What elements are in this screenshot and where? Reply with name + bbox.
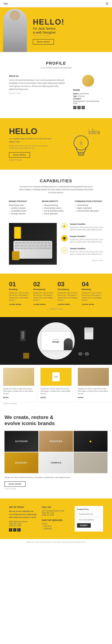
brand-img-5: TOMRAN: [39, 452, 73, 473]
number-item-4: 04 Marketing Sample text. Click to selec…: [82, 281, 103, 306]
hello-right: idea: [59, 128, 103, 160]
num-text-3: Sample text. Click to select the text bo…: [57, 292, 79, 302]
get-in-touch-title: GET IN TOUCH: [9, 506, 37, 508]
list-item: — Visual identity system: [42, 207, 70, 209]
service-1: Design: [42, 522, 70, 525]
list-item: Brand equity audit: [9, 204, 37, 206]
pencil-cup: [20, 330, 25, 341]
svg-line-4: [71, 140, 73, 141]
service-2: — Branding: [42, 525, 70, 527]
mockup-hero-area: mockup design.: [0, 317, 112, 365]
phone-device: [14, 226, 22, 241]
number-item-1: 01 Branding Sample text. Click to select…: [9, 281, 30, 306]
coffee-mug: [23, 353, 29, 359]
brand-img-2: PRINTERS: [39, 431, 73, 452]
cap-col-2-title: BRAND IDENTITY: [42, 200, 70, 202]
cap-col-1-list: Brand equity audit — Audience analysis —…: [9, 204, 37, 215]
brand-label-4: MISSONIT: [15, 462, 28, 464]
social-twitter[interactable]: t: [77, 106, 81, 109]
brands-title: We create, restore &evolve iconic brands: [5, 414, 107, 426]
mockup-card-3-link[interactable]: MORE: [78, 396, 83, 398]
social-facebook[interactable]: f: [73, 106, 76, 109]
cap-headline-2-desc: Sample text. Click to select the text bo…: [70, 238, 103, 243]
brand-img-6: [74, 452, 107, 473]
num-text-2: Sample text. Click to select the text bo…: [33, 292, 55, 302]
idea-script-text: idea: [88, 128, 100, 136]
services-list: Design — Branding — Marketing: [42, 522, 70, 530]
hello-read-more-button[interactable]: READ MORE: [9, 152, 30, 158]
profile-section: PROFILE I'm a creative multitasking deve…: [0, 52, 112, 118]
brand-label-3: ●: [89, 439, 92, 444]
nav-menu-icon[interactable]: ☰: [106, 2, 108, 5]
brands-section: We create, restore &evolve iconic brands…: [0, 405, 112, 498]
mockup-card-1-link[interactable]: MORE: [3, 396, 9, 398]
mockup-card-1-text: Sample text. Click to select the text bo…: [3, 388, 34, 395]
nav-logo: logo: [4, 2, 8, 5]
mockup-laptop: mockup design.: [41, 331, 71, 350]
list-item: — Tagline exploration: [75, 207, 103, 209]
form-email-input[interactable]: [77, 518, 101, 522]
profile-title: PROFILE: [9, 61, 103, 66]
cap-circle-3: [61, 248, 67, 254]
notebook: [84, 328, 93, 340]
details-title: Details: [73, 89, 103, 91]
learn-more-4[interactable]: LEARN MORE: [82, 304, 94, 305]
contact-social-in[interactable]: in: [17, 528, 21, 532]
cap-image-credit: Image by Freepik: [61, 260, 103, 261]
mockup-section: mockup design.: [0, 317, 112, 406]
learn-more-2[interactable]: LEARN MORE: [33, 304, 46, 305]
brands-sample-text: Sample text. Click to select the text bo…: [5, 476, 107, 479]
learn-more-1[interactable]: LEARN MORE: [9, 304, 22, 305]
num-2: 02: [33, 281, 55, 287]
contact-social-tw[interactable]: t: [13, 528, 17, 532]
numbers-section: 01 Branding Sample text. Click to select…: [0, 274, 112, 317]
list-item: — Visual positioning: [42, 204, 70, 206]
brands-read-more-button[interactable]: READ MORE: [5, 481, 26, 487]
brand-img-1: OUTDOOR: [5, 431, 38, 452]
list-item: — Brand application: [42, 213, 70, 215]
svg-line-2: [73, 134, 75, 136]
profile-subtitle: I'm a creative multitasking developer: [9, 66, 103, 69]
profile-location-row: Location:: [73, 98, 103, 100]
person-silhouette-mockup: [64, 338, 73, 350]
cap-col-2-list: — Visual positioning — Visual identity s…: [42, 204, 70, 215]
cap-headline-1-desc: Sample text. Click to select the text bo…: [70, 226, 103, 231]
num-text-1: Sample text. Click to select the text bo…: [9, 292, 30, 302]
hello-sample: Sample text. Click to select the text bo…: [9, 144, 53, 150]
form-submit-button[interactable]: SUBMIT: [77, 523, 91, 528]
num-1: 01: [9, 281, 30, 287]
mockup-card-1-img: [3, 368, 34, 386]
brands-image-credit: Image by Freepik: [5, 488, 107, 490]
num-4: 04: [82, 281, 103, 287]
cap-headline-1-text: Sample Headline Sample text. Click to se…: [70, 223, 103, 231]
hero-read-more-button[interactable]: READ MORE: [33, 39, 54, 44]
number-item-2: 02 Development Sample text. Click to sel…: [33, 281, 55, 306]
learn-more-3[interactable]: LEARN MORE: [57, 304, 70, 305]
form-name-input[interactable]: [77, 512, 101, 516]
call-line-2: (336) 481-1236: [42, 512, 70, 514]
list-item: — Verbal identity: [75, 204, 103, 206]
list-item: — Communication style guide: [75, 210, 103, 212]
cap-headline-1-title: Sample Headline: [70, 223, 103, 225]
hello-left: HELLO I am equally happy working across …: [9, 127, 53, 161]
about-text: I am an all-round web developer. I am a …: [9, 79, 67, 91]
contact-address-col: GET IN TOUCH We can ensure reliability l…: [9, 506, 37, 532]
social-instagram[interactable]: in: [81, 106, 85, 109]
num-3: 03: [57, 281, 79, 287]
num-text-4: Sample text. Click to select the text bo…: [82, 292, 103, 302]
hero-line2: a web Designer.: [33, 30, 106, 34]
hero-line1: I'm Jack Norton,: [33, 27, 106, 30]
service-3: — Marketing: [42, 528, 70, 530]
call-line-1: 1517 Pinellas Nursery Road: [42, 510, 70, 512]
age-value: 25 years: [78, 95, 84, 97]
num-title-4: Marketing: [82, 288, 103, 290]
contact-social-fb[interactable]: f: [9, 528, 12, 532]
brand-label-1: OUTDOOR: [15, 440, 28, 442]
cap-circle-1: [61, 223, 67, 229]
list-item: — Icon & illustration guides: [42, 210, 70, 212]
capabilities-grid: BRAND STRATEGY Brand equity audit — Audi…: [9, 200, 103, 216]
form-title: Contact Form: [77, 508, 101, 510]
mockup-card-2-text: Sample text. Click to select the text bo…: [41, 388, 71, 395]
mockup-card-2-link[interactable]: MORE: [41, 396, 46, 398]
cap-headline-3: Sample Headline Sample text. Click to se…: [61, 248, 103, 256]
